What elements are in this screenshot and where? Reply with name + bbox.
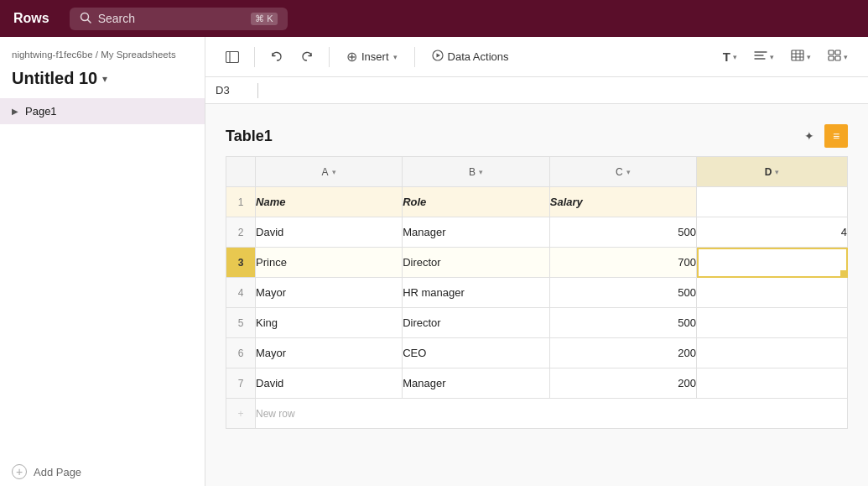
table-row: 3 Prince Director 700 (226, 248, 848, 278)
row-num-7: 7 (226, 368, 256, 399)
view-toggle-button[interactable]: ▾ (821, 45, 855, 68)
breadcrumb-user: nightwing-f1fec6be (12, 50, 93, 60)
search-input-label: Search (98, 12, 245, 25)
table-row: 7 David Manager 200 (226, 368, 848, 399)
align-arrow: ▾ (770, 53, 774, 61)
page-label: Page1 (25, 105, 57, 118)
search-bar[interactable]: Search ⌘ K (70, 8, 288, 30)
row2-col-c[interactable]: 500 (549, 217, 696, 248)
table-sparkle-button[interactable]: ✦ (798, 124, 821, 148)
row5-col-d[interactable] (697, 308, 848, 338)
svg-rect-2 (226, 51, 239, 62)
insert-label: Insert (361, 50, 389, 63)
svg-marker-5 (436, 54, 440, 58)
spreadsheet-table: A ▾ B ▾ C (226, 156, 848, 429)
row2-col-b[interactable]: Manager (403, 217, 550, 248)
row7-col-c[interactable]: 200 (549, 368, 696, 399)
cell-format-button[interactable]: ▾ (784, 45, 818, 68)
top-bar: Rows Search ⌘ K (0, 0, 868, 37)
svg-rect-17 (835, 56, 840, 60)
col-header-c[interactable]: C ▾ (549, 157, 696, 187)
row7-col-a[interactable]: David (256, 368, 403, 399)
redo-button[interactable] (294, 44, 320, 71)
search-icon (80, 12, 91, 26)
row6-col-a[interactable]: Mayor (256, 338, 403, 368)
text-format-arrow: ▾ (733, 53, 737, 61)
panel-toggle-button[interactable] (219, 44, 246, 71)
add-page-button[interactable]: + Add Page (0, 457, 205, 486)
cell-format-arrow: ▾ (807, 53, 811, 61)
doc-title: Untitled 10 (12, 69, 97, 88)
col-a-header-cell[interactable]: Name (256, 187, 403, 217)
content-area: ⊕ Insert ▾ Data Actions T ▾ (205, 37, 868, 486)
cell-ref-bar: D3 (205, 77, 868, 104)
row-num-6: 6 (226, 338, 256, 368)
row4-col-b[interactable]: HR manager (403, 278, 550, 308)
row6-col-c[interactable]: 200 (549, 338, 696, 368)
main-area: nightwing-f1fec6be / My Spreadsheets Unt… (0, 37, 868, 486)
row5-col-b[interactable]: Director (403, 308, 550, 338)
col-a-sort-icon: ▾ (332, 168, 336, 176)
data-actions-button[interactable]: Data Actions (424, 45, 517, 68)
row5-col-a[interactable]: King (256, 308, 403, 338)
row-num-5: 5 (226, 308, 256, 338)
row6-col-d[interactable] (697, 338, 848, 368)
doc-title-row: Untitled 10 ▾ (0, 65, 205, 98)
row2-col-d[interactable]: 4 (697, 217, 848, 248)
search-shortcut: ⌘ K (251, 13, 277, 25)
table-orange-button[interactable]: ≡ (824, 124, 848, 148)
undo-button[interactable] (263, 44, 290, 71)
new-row: + New row (226, 399, 848, 429)
svg-rect-9 (792, 50, 803, 60)
row3-col-a[interactable]: Prince (256, 248, 403, 278)
data-actions-label: Data Actions (448, 50, 509, 63)
toolbar: ⊕ Insert ▾ Data Actions T ▾ (205, 37, 868, 77)
row3-col-b[interactable]: Director (403, 248, 550, 278)
row6-col-b[interactable]: CEO (403, 338, 550, 368)
col-header-b[interactable]: B ▾ (403, 157, 550, 187)
table-row: 6 Mayor CEO 200 (226, 338, 848, 368)
row3-col-c[interactable]: 700 (549, 248, 696, 278)
row4-col-a[interactable]: Mayor (256, 278, 403, 308)
table-title: Table1 (226, 128, 273, 145)
col-a-label: A (322, 166, 329, 178)
col-d-sort-icon: ▾ (775, 168, 779, 176)
table-row: 5 King Director 500 (226, 308, 848, 338)
cell-ref-divider (257, 83, 258, 98)
sidebar: nightwing-f1fec6be / My Spreadsheets Unt… (0, 37, 205, 486)
col-b-header-cell[interactable]: Role (403, 187, 550, 217)
align-button[interactable]: ▾ (747, 45, 781, 68)
row5-col-c[interactable]: 500 (549, 308, 696, 338)
insert-plus-icon: ⊕ (346, 49, 357, 65)
row2-col-a[interactable]: David (256, 217, 403, 248)
row-num-3: 3 (226, 248, 256, 278)
cell-reference: D3 (216, 84, 249, 97)
toolbar-right-buttons: T ▾ ▾ (716, 45, 855, 68)
text-format-button[interactable]: T ▾ (716, 45, 744, 68)
row7-col-b[interactable]: Manager (403, 368, 550, 399)
new-row-num: + (226, 399, 256, 429)
row4-col-d[interactable] (697, 278, 848, 308)
new-row-label[interactable]: New row (256, 399, 848, 429)
insert-arrow-icon: ▾ (393, 53, 398, 61)
col-d-header-cell[interactable] (697, 187, 848, 217)
col-header-a[interactable]: A ▾ (256, 157, 403, 187)
breadcrumb-sep: / (96, 50, 98, 60)
align-icon (754, 50, 767, 64)
row4-col-c[interactable]: 500 (549, 278, 696, 308)
col-d-label: D (765, 166, 772, 178)
col-c-header-cell[interactable]: Salary (549, 187, 696, 217)
toolbar-divider-2 (329, 47, 330, 67)
add-page-icon: + (12, 464, 27, 479)
svg-rect-16 (829, 56, 834, 60)
view-toggle-icon (828, 50, 841, 64)
breadcrumb: nightwing-f1fec6be / My Spreadsheets (0, 37, 205, 65)
row7-col-d[interactable] (697, 368, 848, 399)
insert-button[interactable]: ⊕ Insert ▾ (338, 44, 406, 69)
row3-col-d[interactable] (697, 248, 848, 278)
toolbar-divider-3 (414, 47, 415, 67)
doc-title-dropdown[interactable]: ▾ (102, 73, 107, 85)
sidebar-item-page1[interactable]: ▶ Page1 (0, 98, 205, 124)
col-header-d[interactable]: D ▾ (697, 157, 848, 187)
col-c-sort-icon: ▾ (626, 168, 631, 176)
